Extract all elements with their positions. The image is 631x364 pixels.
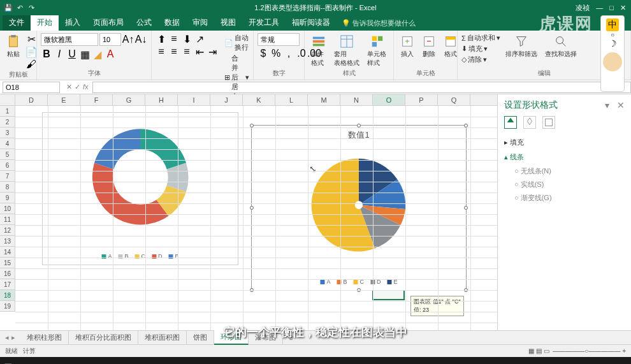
number-format-combo[interactable]: 常规	[257, 33, 300, 46]
tab-data[interactable]: 数据	[158, 15, 186, 31]
user-name[interactable]: 凌祯	[576, 3, 590, 13]
underline-button[interactable]: U	[66, 48, 78, 60]
view-layout-icon[interactable]: ▤	[536, 347, 542, 354]
col-header[interactable]: P	[405, 94, 438, 105]
col-header[interactable]: J	[210, 94, 243, 105]
minimize-icon[interactable]: —	[596, 4, 603, 11]
row-header[interactable]: 9	[0, 193, 15, 203]
effects-icon[interactable]	[523, 116, 536, 129]
tab-nav-first-icon[interactable]: ◂	[5, 333, 9, 342]
autosum-button[interactable]: Σ 自动求和 ▾	[461, 33, 500, 43]
tab-foxit[interactable]: 福昕阅读器	[286, 15, 337, 31]
tab-dev[interactable]: 开发工具	[242, 15, 286, 31]
col-header[interactable]: I	[178, 94, 210, 105]
fill-color-icon[interactable]: ◢	[92, 48, 103, 60]
orientation-icon[interactable]: ↗	[194, 33, 205, 45]
painter-icon[interactable]: 🖌	[25, 59, 37, 70]
percent-icon[interactable]: %	[270, 48, 282, 59]
col-header[interactable]: N	[340, 94, 373, 105]
fill-button[interactable]: ⬇ 填充 ▾	[461, 44, 500, 54]
line-none-radio[interactable]: ○ 无线条(N)	[504, 164, 625, 178]
find-select-button[interactable]: 查找和选择	[542, 33, 579, 60]
row-header[interactable]: 7	[0, 171, 15, 182]
font-size-combo[interactable]: 10	[99, 33, 121, 46]
row-header[interactable]: 3	[0, 127, 15, 138]
selected-cell[interactable]	[372, 289, 405, 300]
row-header[interactable]: 19	[0, 301, 15, 312]
maximize-icon[interactable]: □	[609, 4, 614, 11]
side-widget[interactable]: 中 ○ ☽	[600, 15, 625, 92]
row-header[interactable]: 14	[0, 247, 15, 258]
row-header[interactable]: 12	[0, 225, 15, 236]
col-header[interactable]: L	[275, 94, 308, 105]
size-icon[interactable]	[542, 116, 555, 129]
col-header[interactable]: H	[145, 94, 178, 105]
col-header[interactable]: D	[15, 94, 48, 105]
chart-doughnut[interactable]: A B C D E	[42, 112, 238, 265]
fill-section[interactable]: ▸ 填充	[504, 135, 625, 150]
indent-dec-icon[interactable]: ⇤	[194, 46, 205, 57]
align-top-icon[interactable]: ⬆	[156, 33, 167, 45]
font-color-icon[interactable]: A	[105, 48, 116, 60]
chart-pie[interactable]: 数值1 ⤡ A B C D E	[251, 125, 467, 291]
align-bot-icon[interactable]: ⬇	[181, 33, 192, 45]
col-header[interactable]: M	[308, 94, 340, 105]
row-header[interactable]: 8	[0, 182, 15, 193]
line-gradient-radio[interactable]: ○ 渐变线(G)	[504, 191, 625, 205]
font-name-combo[interactable]: 微软雅黑	[41, 33, 98, 46]
tab-file[interactable]: 文件	[3, 15, 31, 31]
row-header[interactable]: 2	[0, 117, 15, 127]
row-header[interactable]: 16	[0, 268, 15, 279]
tab-layout[interactable]: 页面布局	[87, 15, 130, 31]
wrap-text-button[interactable]: 📄 自动换行	[224, 33, 249, 52]
col-header[interactable]: E	[48, 94, 80, 105]
cancel-formula-icon[interactable]: ✕	[66, 83, 72, 91]
tell-me[interactable]: 💡 告诉我你想要做什么	[337, 16, 421, 31]
tab-insert[interactable]: 插入	[59, 15, 87, 31]
name-box[interactable]: O18	[3, 82, 60, 93]
currency-icon[interactable]: $	[257, 48, 269, 59]
col-header[interactable]: G	[113, 94, 145, 105]
align-center-icon[interactable]: ≡	[168, 46, 180, 57]
line-solid-radio[interactable]: ○ 实线(S)	[504, 178, 625, 191]
insert-cells-button[interactable]: +插入	[398, 33, 417, 60]
col-header[interactable]: K	[243, 94, 275, 105]
enter-formula-icon[interactable]: ✓	[75, 83, 80, 91]
sheet-tab[interactable]: 饼图	[187, 331, 214, 344]
table-format-button[interactable]: 套用 表格格式	[331, 33, 362, 69]
tab-view[interactable]: 视图	[214, 15, 242, 31]
row-header[interactable]: 6	[0, 160, 15, 171]
cell-style-button[interactable]: 单元格样式	[365, 33, 389, 69]
italic-button[interactable]: I	[54, 48, 65, 60]
col-header[interactable]: F	[80, 94, 113, 105]
formula-input[interactable]	[92, 82, 631, 93]
row-header[interactable]: 18	[0, 290, 15, 301]
clear-button[interactable]: ◇ 清除 ▾	[461, 55, 500, 64]
close-icon[interactable]: ✕	[620, 4, 626, 12]
undo-icon[interactable]: ↶	[15, 3, 24, 12]
paste-button[interactable]: 粘贴	[4, 33, 23, 60]
align-left-icon[interactable]: ≡	[156, 46, 167, 57]
tab-home[interactable]: 开始	[31, 15, 59, 31]
start-icon[interactable]: ⊞	[4, 361, 12, 365]
fx-icon[interactable]: fx	[83, 83, 89, 91]
align-right-icon[interactable]: ≡	[181, 46, 192, 57]
fill-line-icon[interactable]	[504, 116, 517, 129]
tab-review[interactable]: 审阅	[186, 15, 214, 31]
select-all-corner[interactable]	[0, 94, 15, 105]
tab-formulas[interactable]: 公式	[130, 15, 158, 31]
row-header[interactable]: 5	[0, 149, 15, 160]
sheet-tab[interactable]: 堆积面积图	[138, 331, 187, 344]
row-header[interactable]: 1	[0, 106, 15, 117]
view-break-icon[interactable]: ▭	[544, 347, 549, 354]
view-normal-icon[interactable]: ▦	[528, 347, 534, 354]
delete-cells-button[interactable]: −删除	[419, 33, 439, 60]
row-header[interactable]: 17	[0, 279, 15, 290]
indent-inc-icon[interactable]: ⇥	[207, 46, 218, 57]
row-header[interactable]: 10	[0, 203, 15, 214]
align-mid-icon[interactable]: ≡	[168, 33, 180, 45]
row-header[interactable]: 4	[0, 138, 15, 149]
sheet-area[interactable]: D E F G H I J K L M N O P Q 123456789101…	[0, 94, 497, 330]
sheet-tab[interactable]: 堆积柱形图	[20, 331, 69, 344]
col-header[interactable]: O	[373, 94, 405, 105]
